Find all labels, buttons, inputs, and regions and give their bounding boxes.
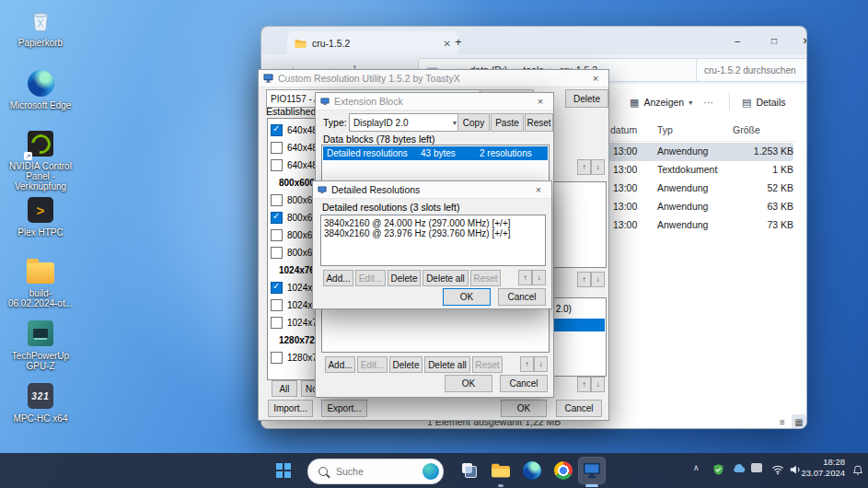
resolution-group-header: 800x600 <box>271 174 315 192</box>
delete-button[interactable]: Delete <box>565 89 608 108</box>
taskbar-search[interactable] <box>307 459 444 484</box>
dialog-titlebar[interactable]: Extension Block × <box>316 93 553 110</box>
resolution-entry[interactable]: 3840x2160 @ 23.976 Hz (293.760 MHz) [+/+… <box>324 228 511 238</box>
desktop-icon-nvidia[interactable]: ↗ NVIDIA Control Panel - Verknüpfung <box>7 129 74 192</box>
move-up-button[interactable]: ↑ <box>577 159 591 175</box>
taskbar-cru-button[interactable] <box>578 457 606 484</box>
checkbox-icon[interactable] <box>271 159 283 171</box>
move-up-button[interactable]: ↑ <box>518 270 532 285</box>
see-more-button[interactable]: ··· <box>703 92 713 112</box>
edit-button[interactable]: Edit... <box>355 270 386 286</box>
delete-button[interactable]: Delete <box>389 356 422 373</box>
ok-button[interactable]: OK <box>501 400 547 417</box>
tab-close-icon[interactable]: ✕ <box>444 39 451 49</box>
checkbox-checked-icon[interactable] <box>271 282 283 294</box>
import-button[interactable]: Import... <box>268 400 313 417</box>
all-button[interactable]: All <box>272 380 297 397</box>
taskbar-edge-button[interactable] <box>519 458 545 483</box>
reset-button[interactable]: Reset <box>472 356 503 373</box>
edit-button-label: Edit... <box>361 360 385 370</box>
ok-button[interactable]: OK <box>443 288 491 306</box>
export-button[interactable]: Export... <box>321 400 367 417</box>
edit-button[interactable]: Edit... <box>357 356 388 373</box>
start-button[interactable] <box>271 458 296 483</box>
move-up-button[interactable]: ↑ <box>577 272 591 287</box>
tray-expand-icon[interactable]: ∧ <box>693 463 700 472</box>
close-button[interactable]: ✕ <box>791 30 807 51</box>
checkbox-icon[interactable] <box>271 142 283 154</box>
explorer-tab[interactable]: cru-1.5.2 ✕ <box>287 31 458 55</box>
delete-all-button[interactable]: Delete all <box>422 270 469 286</box>
reset-button-label: Reset <box>475 360 499 370</box>
view-button[interactable]: ▦ Anzeigen ▾ <box>630 92 692 112</box>
tray-security-icon[interactable] <box>712 463 724 476</box>
taskbar-clock[interactable]: 18:28 23.07.2024 <box>797 457 845 479</box>
details-pane-button[interactable]: ▤ Details <box>742 92 786 112</box>
checkbox-icon[interactable] <box>271 352 283 364</box>
cru-titlebar[interactable]: Custom Resolution Utility 1.5.2 by Toast… <box>259 70 608 87</box>
desktop-icon-plex[interactable]: > Plex HTPC <box>7 195 74 238</box>
desktop-icon-gpuz[interactable]: TechPowerUp GPU-Z <box>7 319 74 371</box>
reset-button[interactable]: Reset <box>525 113 553 132</box>
checkbox-checked-icon[interactable] <box>271 212 283 224</box>
taskbar-search-input[interactable] <box>334 465 415 478</box>
delete-button[interactable]: Delete <box>388 270 421 286</box>
list-view-toggle-icon[interactable]: ≡ <box>775 414 790 429</box>
ok-button[interactable]: OK <box>445 375 492 392</box>
move-up-button[interactable]: ↑ <box>520 356 534 372</box>
desktop-icon-build-folder[interactable]: build-06.02.2024-ot... <box>7 256 74 308</box>
wifi-icon[interactable] <box>771 463 784 476</box>
delete-all-button[interactable]: Delete all <box>424 356 470 373</box>
checkbox-icon[interactable] <box>271 317 283 329</box>
checkbox-checked-icon[interactable] <box>271 124 283 136</box>
dialog-titlebar[interactable]: Detailed Resolutions × <box>313 181 551 199</box>
notification-bell-icon[interactable] <box>852 464 863 476</box>
new-tab-button[interactable]: + <box>455 35 462 49</box>
close-icon[interactable]: × <box>532 96 549 107</box>
taskbar-chrome-button[interactable] <box>550 458 576 483</box>
data-block-row-selected[interactable]: Detailed resolutions 43 bytes 2 resoluti… <box>323 146 548 160</box>
reset-button[interactable]: Reset <box>470 270 501 286</box>
file-date: 13:00 <box>613 182 637 193</box>
paste-button[interactable]: Paste <box>491 113 524 132</box>
close-icon[interactable]: × <box>530 184 547 195</box>
move-down-button[interactable]: ↓ <box>591 272 605 287</box>
close-icon[interactable]: × <box>587 73 604 84</box>
tray-cloud-icon[interactable] <box>732 463 746 473</box>
column-header-date[interactable]: datum <box>610 124 637 135</box>
file-type: Anwendung <box>657 201 708 212</box>
checkbox-icon[interactable] <box>271 299 283 311</box>
task-view-button[interactable] <box>457 458 482 483</box>
move-down-button[interactable]: ↓ <box>532 270 546 285</box>
add-button[interactable]: Add... <box>325 356 355 373</box>
tray-app-icon[interactable] <box>751 463 762 472</box>
desktop-icon-edge[interactable]: Microsoft Edge <box>7 68 74 110</box>
move-up-button[interactable]: ↑ <box>577 377 591 392</box>
checkbox-icon[interactable] <box>271 247 283 259</box>
maximize-button[interactable]: □ <box>758 30 790 51</box>
cancel-button[interactable]: Cancel <box>498 288 546 306</box>
type-select[interactable]: DisplayID 2.0 ▾ <box>349 113 461 132</box>
column-header-size[interactable]: Größe <box>733 124 760 135</box>
desktop-icon-recycle-bin[interactable]: Papierkorb <box>7 6 74 48</box>
cancel-button[interactable]: Cancel <box>500 375 548 392</box>
details-view-toggle-icon[interactable]: ▦ <box>792 414 806 429</box>
toolbar-divider <box>729 93 730 110</box>
cancel-button[interactable]: Cancel <box>556 400 602 417</box>
search-input[interactable] <box>702 64 805 76</box>
column-header-type[interactable]: Typ <box>657 124 673 135</box>
plex-icon: > <box>26 195 55 225</box>
resolution-entry[interactable]: 3840x2160 @ 24.000 Hz (297.000 MHz) [+/+… <box>324 218 511 228</box>
search-box[interactable] <box>696 58 807 82</box>
checkbox-icon[interactable] <box>271 194 283 206</box>
minimize-button[interactable]: – <box>722 30 753 51</box>
checkbox-icon[interactable] <box>271 229 283 241</box>
desktop-icon-mpc[interactable]: 321 MPC-HC x64 <box>7 381 74 424</box>
copy-button[interactable]: Copy <box>457 113 490 132</box>
taskbar-explorer-button[interactable] <box>488 458 514 483</box>
detailed-resolutions-list[interactable]: 3840x2160 @ 24.000 Hz (297.000 MHz) [+/+… <box>320 215 546 266</box>
move-down-button[interactable]: ↓ <box>534 356 548 372</box>
move-down-button[interactable]: ↓ <box>591 159 605 175</box>
add-button[interactable]: Add... <box>323 270 353 286</box>
move-down-button[interactable]: ↓ <box>591 377 605 392</box>
